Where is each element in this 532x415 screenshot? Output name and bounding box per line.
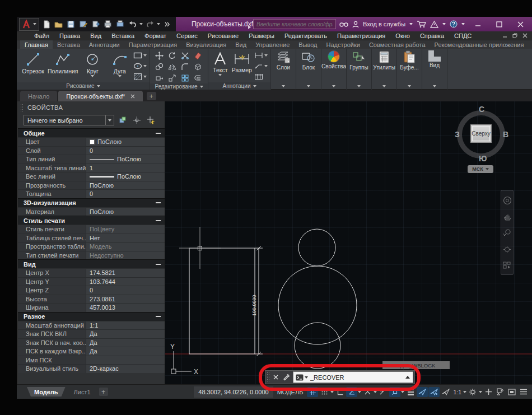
- ribbon-tab-visualize[interactable]: Визуализация: [181, 40, 231, 49]
- command-close-button[interactable]: [270, 371, 281, 383]
- snap-caret-icon[interactable]: [330, 391, 334, 393]
- doc-minimize-icon[interactable]: [502, 33, 507, 38]
- export-button[interactable]: [90, 19, 101, 30]
- hatch-button[interactable]: [133, 72, 147, 82]
- property-value[interactable]: 0: [86, 190, 165, 198]
- property-value[interactable]: 103.7644: [86, 278, 165, 286]
- property-value[interactable]: 1: [86, 164, 165, 172]
- object-type-dropdown[interactable]: Ничего не выбрано: [24, 115, 114, 125]
- coordinates-display[interactable]: 48.3002, 94.0226, 0.0000: [194, 386, 273, 398]
- workspace-switch-button[interactable]: [467, 387, 478, 397]
- search-flyout-icon[interactable]: [248, 22, 251, 32]
- dimension-button[interactable]: Размер: [231, 50, 253, 82]
- annotation-visibility-toggle[interactable]: [417, 387, 428, 397]
- arc-caret-icon[interactable]: [118, 75, 122, 77]
- table-button[interactable]: [254, 72, 268, 82]
- ortho-toggle[interactable]: [334, 387, 346, 397]
- save-button[interactable]: [66, 19, 76, 30]
- isolate-objects-button[interactable]: [494, 387, 506, 397]
- ellipse-button[interactable]: [133, 61, 147, 71]
- line-button[interactable]: Отрезок: [18, 50, 48, 82]
- drawing-aids-plus-button[interactable]: [483, 387, 494, 397]
- grid-toggle[interactable]: [307, 387, 318, 397]
- ribbon-tab-collaborate[interactable]: Совместная работа: [365, 40, 430, 49]
- property-value[interactable]: [86, 356, 165, 365]
- signin-caret-icon[interactable]: [409, 23, 413, 25]
- ribbon-tab-view[interactable]: Вид: [231, 40, 251, 49]
- ribbon-tab-addins[interactable]: Надстройки: [322, 40, 365, 49]
- properties-palette-header[interactable]: СВОЙСТВА: [18, 101, 165, 113]
- menu-dimension[interactable]: Размеры: [244, 32, 279, 39]
- ribbon-tab-annotate[interactable]: Аннотации: [85, 40, 124, 49]
- redo-button[interactable]: [144, 19, 155, 30]
- annotation-scale-button[interactable]: [440, 387, 451, 397]
- navigation-wheel-icon[interactable]: [503, 196, 512, 205]
- drawn-circle-large[interactable]: [278, 266, 357, 344]
- drawn-circle-bottom[interactable]: [295, 323, 340, 369]
- property-value[interactable]: ПоСлою: [86, 181, 165, 190]
- app-menu-button[interactable]: [19, 18, 39, 31]
- qat-more-button[interactable]: [162, 19, 172, 30]
- utilities-panel-caret-icon[interactable]: [382, 85, 386, 87]
- maximize-button[interactable]: [488, 17, 510, 31]
- doc-restore-icon[interactable]: [512, 33, 517, 38]
- view-panel-caret-icon[interactable]: [433, 85, 436, 87]
- ribbon-panel-view[interactable]: Вид: [422, 49, 447, 90]
- menu-tools[interactable]: Сервис: [171, 32, 203, 39]
- osnap-caret-icon[interactable]: [401, 391, 404, 393]
- print-button[interactable]: [115, 19, 125, 30]
- undo-caret-icon[interactable]: [139, 23, 143, 25]
- menu-insert[interactable]: Вставка: [106, 32, 139, 39]
- linear-dim-button[interactable]: [254, 50, 268, 60]
- viewcube-east[interactable]: В: [503, 130, 508, 139]
- ribbon-panel-groups[interactable]: Группы: [347, 49, 372, 90]
- circle-button[interactable]: Круг: [78, 50, 107, 82]
- snap-toggle[interactable]: [319, 387, 330, 397]
- polar-tracking-toggle[interactable]: [346, 387, 357, 397]
- offset-icon[interactable]: [194, 74, 202, 82]
- array-icon[interactable]: [181, 74, 189, 82]
- drawn-circle-small[interactable]: [298, 229, 335, 266]
- property-value[interactable]: 2D-каркас: [86, 365, 165, 373]
- property-value[interactable]: 174.5821: [86, 269, 165, 277]
- text-button[interactable]: Текст: [210, 50, 231, 82]
- undo-button[interactable]: [127, 19, 138, 30]
- viewc­ube-west[interactable]: З: [455, 130, 460, 139]
- close-button[interactable]: [510, 17, 531, 31]
- ribbon-panel-properties[interactable]: Свойства: [321, 49, 347, 90]
- minimize-button[interactable]: [467, 17, 488, 31]
- ribbon-panel-block[interactable]: Блок: [296, 49, 321, 90]
- select-objects-button[interactable]: [132, 115, 142, 125]
- viewcube-south[interactable]: Ю: [479, 154, 487, 163]
- ribbon-tab-featured-apps[interactable]: Рекомендованные приложения: [430, 40, 529, 49]
- clean-screen-button[interactable]: [506, 387, 517, 397]
- ribbon-panel-utilities[interactable]: Утилиты: [372, 49, 397, 90]
- search-binoculars-icon[interactable]: [339, 21, 348, 27]
- command-line-grip[interactable]: [267, 372, 270, 383]
- file-tab-start[interactable]: Начало: [20, 91, 57, 101]
- model-space-button[interactable]: МОДЕЛЬ: [277, 389, 304, 395]
- menu-view[interactable]: Вид: [85, 32, 106, 39]
- signin-user-icon[interactable]: [352, 21, 359, 28]
- command-customize-wrench-icon[interactable]: [281, 371, 292, 383]
- viewcube-north[interactable]: С: [479, 105, 484, 114]
- new-file-button[interactable]: [41, 19, 52, 30]
- ribbon-tab-insert[interactable]: Вставка: [53, 40, 85, 49]
- annotation-autoscale-toggle[interactable]: [428, 387, 440, 397]
- ribbon-panel-layers[interactable]: Слои: [271, 49, 296, 90]
- property-value[interactable]: Да: [86, 347, 165, 356]
- help-caret-icon[interactable]: [461, 23, 465, 25]
- viewcube-top-face[interactable]: Сверху: [470, 124, 492, 143]
- draw-panel-label[interactable]: Рисование: [17, 82, 150, 90]
- save-as-button[interactable]: [78, 19, 88, 30]
- annotation-scale-value[interactable]: 1:1: [452, 389, 463, 395]
- property-value[interactable]: ПоСлою: [86, 155, 165, 164]
- command-prompt-icon[interactable]: [293, 374, 310, 381]
- property-value[interactable]: ПоСлою: [86, 172, 165, 181]
- otrack-toggle[interactable]: [377, 387, 389, 397]
- ribbon-panel-clipboard[interactable]: Буфе...: [397, 49, 422, 90]
- menu-edit[interactable]: Правка: [54, 32, 85, 39]
- zoom-icon[interactable]: [503, 229, 511, 237]
- file-tab-add-button[interactable]: +: [147, 92, 156, 100]
- annotation-panel-label[interactable]: Аннотации: [208, 82, 270, 90]
